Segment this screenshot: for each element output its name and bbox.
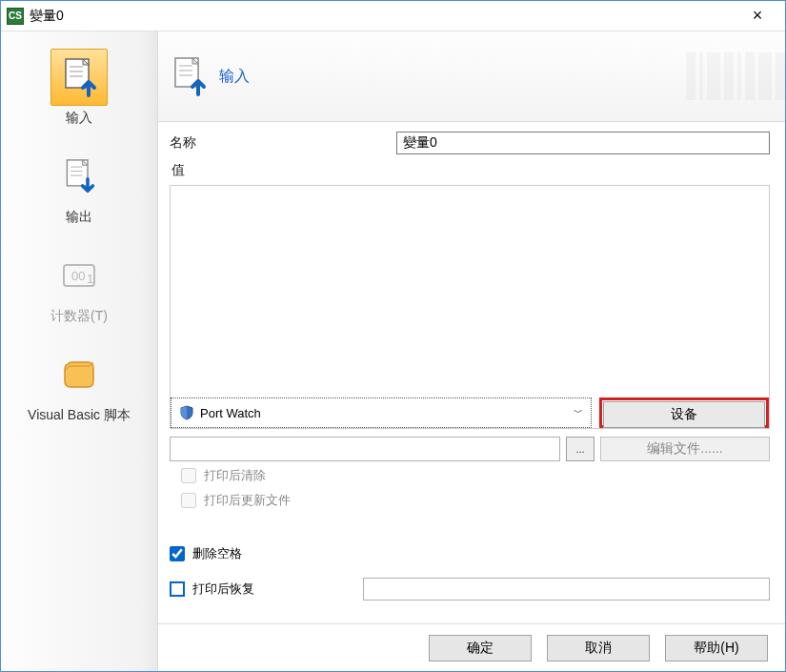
sidebar: 输入 输出 00 1: [1, 31, 158, 671]
app-icon: CS: [7, 8, 24, 25]
restore-input[interactable]: [363, 578, 770, 601]
check-update-after-print: 打印后更新文件: [181, 492, 770, 509]
titlebar: CS 變量0 ×: [1, 1, 785, 31]
check-update-after-print-box: [181, 493, 196, 508]
watermark: [686, 31, 785, 121]
source-selected-text: Port Watch: [200, 406, 261, 420]
check-delete-space-label: 删除空格: [192, 545, 242, 562]
source-select[interactable]: Port Watch ﹀: [171, 397, 592, 428]
check-delete-space[interactable]: 删除空格: [170, 545, 770, 562]
file-path-input[interactable]: [170, 437, 560, 461]
check-restore-after-print-box[interactable]: [170, 581, 185, 597]
sidebar-item-vbs[interactable]: Visual Basic 脚本: [1, 340, 157, 434]
edit-file-button: 编辑文件......: [600, 437, 770, 461]
check-clear-after-print: 打印后清除: [181, 467, 770, 484]
button-bar: 确定 取消 帮助(H): [158, 623, 785, 671]
close-button[interactable]: ×: [736, 2, 779, 31]
check-restore-after-print[interactable]: 打印后恢复: [170, 580, 254, 598]
device-button[interactable]: 设备: [603, 401, 765, 428]
value-box: Port Watch ﹀ 设备: [170, 185, 770, 429]
page-title: 输入: [219, 67, 250, 87]
browse-button[interactable]: ...: [566, 437, 595, 461]
check-restore-after-print-label: 打印后恢复: [192, 580, 254, 598]
value-label: 值: [171, 162, 770, 179]
chevron-down-icon: ﹀: [574, 406, 583, 419]
header-strip: 输入: [158, 31, 785, 122]
check-clear-after-print-label: 打印后清除: [204, 467, 266, 484]
script-icon: [50, 346, 108, 403]
main-panel: 输入 名称 值: [158, 31, 785, 671]
help-button[interactable]: 帮助(H): [665, 635, 768, 662]
svg-text:1: 1: [87, 272, 93, 286]
output-icon: [50, 148, 108, 205]
check-delete-space-box[interactable]: [170, 546, 185, 561]
name-input[interactable]: [396, 132, 770, 154]
cancel-button[interactable]: 取消: [547, 635, 650, 662]
sidebar-item-vbs-label: Visual Basic 脚本: [28, 407, 131, 424]
sidebar-item-input[interactable]: 输入: [1, 43, 157, 136]
sidebar-item-output-label: 输出: [66, 209, 92, 226]
counter-icon: 00 1: [50, 247, 108, 304]
sidebar-item-counter: 00 1 计数器(T): [1, 241, 157, 335]
check-update-after-print-label: 打印后更新文件: [204, 492, 291, 509]
name-row: 名称: [170, 132, 770, 154]
ok-button[interactable]: 确定: [429, 635, 532, 662]
sidebar-item-input-label: 输入: [66, 110, 92, 127]
window-title: 變量0: [30, 8, 736, 25]
sidebar-item-counter-label: 计数器(T): [50, 308, 108, 325]
value-textarea[interactable]: [171, 186, 769, 397]
check-clear-after-print-box: [181, 468, 196, 483]
header-input-icon: [168, 51, 210, 101]
name-label: 名称: [170, 134, 215, 152]
input-icon: [50, 49, 108, 106]
sidebar-item-output[interactable]: 输出: [1, 142, 157, 235]
device-button-highlight: 设备: [599, 397, 769, 428]
shield-icon: [179, 405, 194, 420]
svg-text:00: 00: [71, 269, 85, 283]
